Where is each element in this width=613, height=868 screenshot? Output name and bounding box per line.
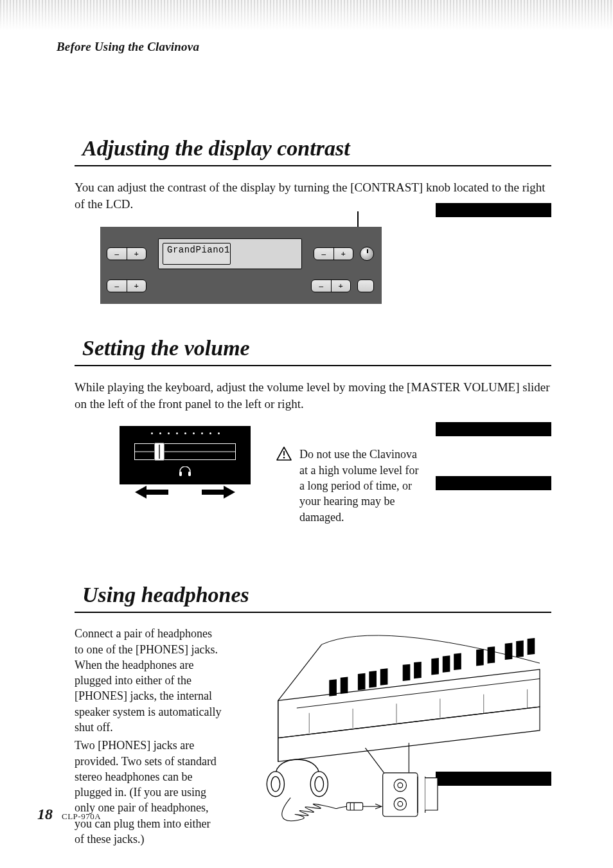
running-head: Before Using the Clavinova — [57, 40, 199, 54]
svg-rect-12 — [403, 664, 411, 681]
button-pair-a-bottom: – + — [107, 279, 147, 292]
svg-rect-8 — [341, 677, 348, 694]
lcd-text: GrandPiano1 — [163, 243, 231, 265]
button-pair-b-bottom: – + — [311, 279, 351, 292]
contrast-knob-icon — [360, 247, 374, 261]
svg-rect-19 — [505, 643, 513, 660]
svg-point-34 — [398, 802, 403, 807]
minus-label: – — [314, 248, 334, 260]
svg-rect-20 — [516, 641, 524, 657]
callout-tick — [357, 211, 359, 227]
plus-label: + — [334, 248, 353, 260]
page-hatch-decoration — [0, 0, 613, 30]
sidebar-bar — [436, 476, 551, 490]
svg-point-3 — [283, 457, 285, 458]
svg-rect-18 — [488, 646, 495, 663]
heading-volume: Setting the volume — [82, 336, 551, 360]
headphone-icon — [179, 466, 191, 479]
svg-rect-14 — [431, 658, 439, 675]
scale-dots — [151, 432, 220, 434]
direction-arrows — [129, 486, 242, 499]
model-label: CLP-970A — [62, 811, 101, 822]
heading-rule — [75, 612, 551, 613]
master-volume-track — [134, 443, 236, 460]
svg-rect-16 — [454, 653, 461, 670]
svg-line-28 — [366, 748, 384, 773]
svg-point-32 — [398, 783, 403, 788]
svg-rect-0 — [179, 472, 182, 476]
svg-rect-13 — [414, 662, 422, 678]
svg-line-5 — [278, 644, 322, 700]
caution-text: Do not use the Clavinova at a high volum… — [299, 447, 424, 524]
svg-point-38 — [310, 772, 328, 797]
svg-rect-11 — [380, 668, 388, 685]
svg-rect-17 — [476, 649, 484, 666]
blank-button-icon — [357, 279, 374, 292]
sidebar-bar — [436, 422, 551, 436]
master-volume-thumb — [154, 443, 164, 461]
arrow-left-icon — [129, 486, 168, 499]
sidebar-bar — [436, 203, 551, 217]
plus-label: + — [127, 248, 147, 260]
lcd-screen: GrandPiano1 — [158, 238, 302, 269]
lcd-panel-figure: – + GrandPiano1 – + – + – — [100, 227, 382, 304]
svg-rect-7 — [329, 680, 337, 696]
svg-rect-10 — [369, 671, 377, 687]
button-pair-a-top: – + — [107, 247, 147, 260]
section-volume: Setting the volume While playing the key… — [75, 336, 551, 525]
svg-point-37 — [267, 772, 284, 797]
svg-rect-1 — [188, 472, 191, 476]
svg-rect-15 — [443, 656, 450, 673]
button-pair-b-top: – + — [314, 247, 353, 260]
caution-note: Do not use the Clavinova at a high volum… — [276, 447, 424, 524]
heading-headphones: Using headphones — [82, 583, 551, 607]
section-headphones: Using headphones Connect a pair of headp… — [75, 583, 551, 850]
headphones-illustration — [242, 626, 551, 831]
plus-label: + — [332, 280, 351, 292]
page-footer: 18 CLP-970A — [37, 806, 101, 823]
page-number: 18 — [37, 806, 53, 823]
plus-label: + — [127, 280, 147, 292]
svg-rect-41 — [346, 803, 362, 811]
minus-label: – — [107, 248, 127, 260]
svg-rect-21 — [528, 638, 535, 655]
minus-label: – — [312, 280, 332, 292]
svg-rect-9 — [358, 673, 366, 690]
heading-contrast: Adjusting the display contrast — [82, 136, 551, 160]
body-volume: While playing the keyboard, adjust the v… — [75, 379, 551, 412]
heading-rule — [75, 365, 551, 366]
section-contrast: Adjusting the display contrast You can a… — [75, 136, 551, 304]
headphones-para2: Two [PHONES] jacks are provided. Two set… — [75, 738, 222, 847]
headphones-para1: Connect a pair of headphones to one of t… — [75, 626, 222, 735]
volume-slider-figure — [120, 426, 251, 484]
caution-triangle-icon — [276, 447, 292, 461]
arrow-right-icon — [202, 486, 242, 499]
minus-label: – — [107, 280, 127, 292]
heading-rule — [75, 165, 551, 166]
